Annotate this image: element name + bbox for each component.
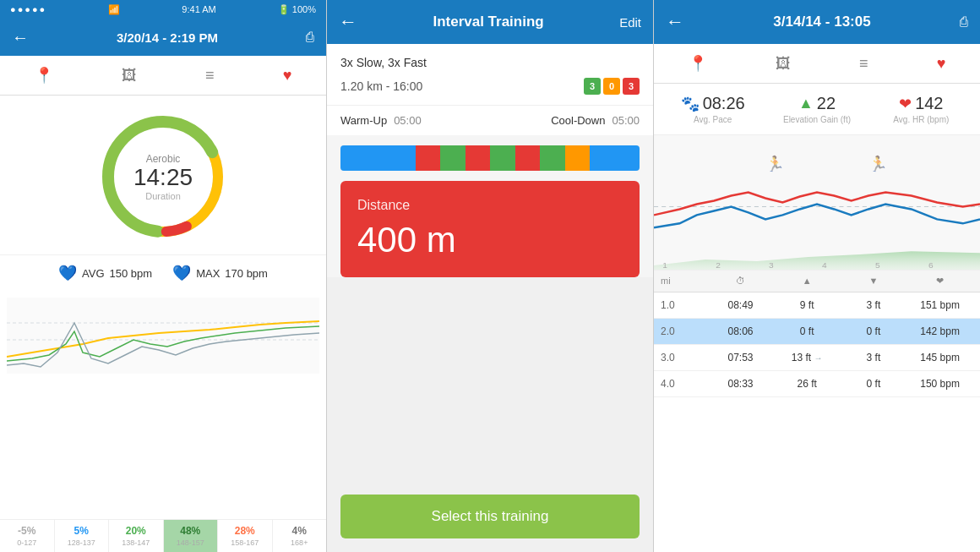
- zone-3-item: 48% 148-157: [164, 520, 219, 552]
- signal-dots: ●●●●●: [10, 4, 46, 14]
- distance-card: Distance 400 m: [340, 181, 640, 277]
- elevation-stat: ▲ 22 Elevation Gain (ft): [765, 94, 868, 124]
- panel2-header: ← Interval Training Edit: [327, 0, 653, 44]
- mile-1-up: 9 ft: [774, 299, 841, 311]
- interval-distance: 1.20 km - 16:00: [340, 79, 422, 93]
- workout-title: 3/20/14 - 2:19 PM: [117, 30, 218, 45]
- zone-1-item: 5% 128-137: [55, 520, 110, 552]
- mile-2-pace: 08:06: [707, 325, 774, 337]
- zone-2-pct: 20%: [126, 525, 146, 537]
- select-training-button[interactable]: Select this training: [340, 495, 640, 538]
- badge-red: 3: [623, 78, 640, 95]
- warmup-item: Warm-Up 05:00: [340, 114, 422, 127]
- badge-green: 3: [584, 78, 601, 95]
- mile-2-up: 0 ft: [774, 325, 841, 337]
- run-heart-tab[interactable]: ♥: [923, 52, 960, 76]
- warmup-time: 05:00: [394, 114, 422, 127]
- interval-title: Interval Training: [433, 14, 543, 30]
- interval-back-button[interactable]: ←: [339, 11, 357, 33]
- mile-table-header: mi ⏱ ▲ ▼ ❤: [654, 271, 980, 292]
- run-chart-section: 1 2 3 4 5 6 🏃 🏃: [654, 135, 980, 271]
- avg-hr-icon: ❤: [899, 95, 912, 113]
- gauge-center: Aerobic 14:25 Duration: [133, 153, 193, 201]
- mile-1-pace: 08:49: [707, 299, 774, 311]
- list-tab-button[interactable]: ≡: [192, 63, 228, 88]
- cooldown-label: Cool-Down: [551, 114, 605, 127]
- avg-pace-stat: 🐾 08:26 Avg. Pace: [661, 94, 765, 124]
- run-list-tab[interactable]: ≡: [846, 52, 882, 76]
- col-pace-icon: ⏱: [707, 276, 774, 287]
- svg-text:3: 3: [769, 260, 774, 270]
- mile-1-down: 3 ft: [841, 299, 907, 311]
- interval-seg-orange-1: [565, 145, 591, 171]
- panel1-header: ← 3/20/14 - 2:19 PM ⎙: [0, 19, 326, 56]
- col-up-icon: ▲: [774, 276, 841, 287]
- zone-5-range: 168+: [291, 538, 308, 547]
- mile-3-hr: 145 bpm: [906, 352, 973, 363]
- avg-pace-value: 🐾 08:26: [681, 94, 745, 113]
- gauge-section: Aerobic 14:25 Duration: [0, 96, 326, 254]
- map-tab-button[interactable]: 📍: [21, 63, 67, 88]
- cooldown-item: Cool-Down 05:00: [551, 114, 640, 127]
- max-hr-value: 170 bpm: [225, 267, 268, 280]
- mile-3-up: 13 ft →: [774, 352, 841, 363]
- pace-trend-arrow: →: [814, 353, 823, 363]
- run-back-button[interactable]: ←: [666, 11, 684, 33]
- run-map-tab[interactable]: 📍: [675, 51, 721, 76]
- gauge-sublabel: Duration: [133, 190, 193, 200]
- mile-3-down: 3 ft: [841, 352, 907, 363]
- battery-icon: 🔋 100%: [278, 4, 316, 15]
- mile-2-hr: 142 bpm: [906, 325, 973, 337]
- run-photo-tab[interactable]: 🖼: [762, 52, 804, 76]
- mile-3-pace: 07:53: [707, 352, 774, 363]
- interval-subtitle: 3x Slow, 3x Fast: [340, 56, 640, 69]
- zone-0-pct: -5%: [18, 525, 35, 537]
- svg-rect-4: [7, 298, 319, 374]
- mile-2-mi: 2.0: [661, 325, 707, 337]
- share-button[interactable]: ⎙: [306, 30, 314, 45]
- zone-0-range: 0-127: [17, 538, 36, 547]
- elevation-label: Elevation Gain (ft): [783, 115, 851, 124]
- badge-orange: 0: [603, 78, 620, 95]
- zone-1-range: 128-137: [68, 538, 95, 547]
- svg-text:🏃: 🏃: [868, 155, 888, 173]
- cooldown-time: 05:00: [612, 114, 640, 127]
- zone-4-item: 28% 158-167: [218, 520, 273, 552]
- avg-hr-value: 150 bpm: [110, 267, 153, 280]
- col-hr-icon: ❤: [906, 276, 973, 287]
- avg-hr-stat: ❤ 142 Avg. HR (bpm): [869, 94, 973, 124]
- mile-row-1: 1.0 08:49 9 ft 3 ft 151 bpm: [654, 292, 980, 319]
- status-bar: ●●●●● 📶 9:41 AM 🔋 100%: [0, 0, 326, 19]
- edit-button[interactable]: Edit: [619, 15, 641, 30]
- panel2-spacer: [327, 277, 653, 495]
- panel3-header: ← 3/14/14 - 13:05 ⎙: [654, 0, 980, 44]
- zone-0-item: -5% 0-127: [0, 520, 55, 552]
- photo-tab-button[interactable]: 🖼: [108, 63, 150, 88]
- mile-row-4: 4.0 08:33 26 ft 0 ft 150 bpm: [654, 371, 980, 397]
- zone-2-item: 20% 138-147: [109, 520, 164, 552]
- mile-4-mi: 4.0: [661, 378, 707, 390]
- heart-tab-button[interactable]: ♥: [270, 63, 306, 88]
- svg-text:6: 6: [928, 260, 934, 270]
- mile-1-mi: 1.0: [661, 299, 707, 311]
- svg-text:2: 2: [716, 260, 721, 270]
- avg-hr-item: 💙 AVG 150 bpm: [58, 264, 152, 282]
- interval-seg-red-2: [466, 145, 491, 171]
- interval-seg-green-1: [440, 145, 466, 171]
- distance-card-value: 400 m: [357, 220, 456, 260]
- max-hr-label: MAX: [196, 267, 220, 280]
- svg-text:🏃: 🏃: [765, 155, 785, 173]
- workout-detail-panel: ●●●●● 📶 9:41 AM 🔋 100% ← 3/20/14 - 2:19 …: [0, 0, 327, 552]
- panel3-icon-tabs: 📍 🖼 ≡ ♥: [654, 44, 980, 84]
- max-hr-item: 💙 MAX 170 bpm: [172, 264, 268, 282]
- interval-seg-blue-1: [340, 145, 416, 171]
- mile-row-2: 2.0 08:06 0 ft 0 ft 142 bpm: [654, 319, 980, 345]
- back-button[interactable]: ←: [12, 28, 29, 47]
- hr-row: 💙 AVG 150 bpm 💙 MAX 170 bpm: [0, 254, 326, 291]
- time-display: 9:41 AM: [182, 4, 215, 14]
- zone-5-item: 4% 168+: [273, 520, 327, 552]
- run-share-button[interactable]: ⎙: [960, 14, 968, 30]
- zone-4-pct: 28%: [235, 525, 255, 537]
- avg-hr-label-stat: Avg. HR (bpm): [893, 115, 949, 124]
- hr-chart-svg: [7, 298, 319, 374]
